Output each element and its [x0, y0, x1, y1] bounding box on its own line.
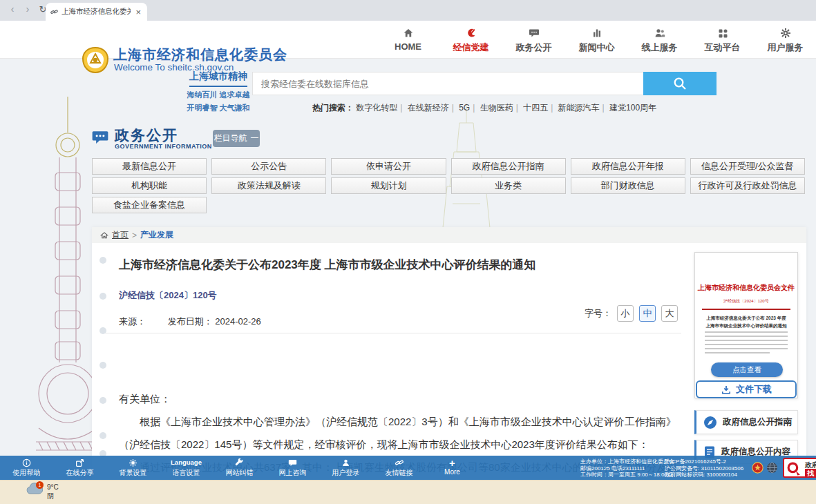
police-emblem-icon[interactable]: [752, 462, 763, 474]
font-size-medium-button[interactable]: 中: [639, 305, 656, 322]
gov-btn-licensing[interactable]: 行政许可及行政处罚信息: [690, 177, 805, 194]
weather-text: 9°C 阴: [47, 483, 59, 501]
source-label: 来源：: [119, 316, 146, 327]
font-size-large-button[interactable]: 大: [661, 305, 678, 322]
toolbar-links[interactable]: 友情链接: [372, 456, 426, 480]
gov-btn-on-request[interactable]: 依申请公开: [331, 158, 446, 175]
speech-bubble-icon: [502, 27, 565, 39]
nav-item-gov-info[interactable]: 政务公开: [502, 21, 565, 59]
gov-error-report-badge[interactable]: 政府 找: [783, 458, 816, 478]
breadcrumb-home-link[interactable]: 首页: [112, 229, 129, 241]
font-size-widget: 字号： 小 中 大: [585, 305, 678, 322]
toolbar-login[interactable]: 用户登录: [319, 456, 372, 480]
browser-tab-bar: ‹ › ↻ 上海市经济信息化委关于公布 ×: [0, 0, 816, 21]
sidebar-link-gov-guide[interactable]: 政府信息公开指南: [694, 410, 798, 434]
search-button[interactable]: [643, 72, 717, 95]
doc-view-button[interactable]: 点击查看: [711, 362, 783, 377]
decor-dot: [99, 362, 106, 369]
doc-card-title-line2: 上海市市级企业技术中心评价结果的通知: [695, 322, 797, 329]
gov-btn-business[interactable]: 业务类: [451, 177, 566, 194]
browser-back-icon[interactable]: ‹: [6, 3, 19, 14]
doc-card-number: 沪经信技〔2024〕120号: [695, 298, 797, 304]
toolbar-background[interactable]: 背景设置: [106, 456, 160, 480]
link-icon: [372, 458, 426, 467]
globe-badge-icon[interactable]: [766, 462, 778, 474]
toolbar-share[interactable]: 在线分享: [53, 456, 106, 480]
pearl-tower-sketch: [36, 97, 99, 476]
toolbar-help[interactable]: 使用帮助: [0, 456, 53, 480]
news-bars-icon: [565, 27, 628, 39]
article-title: 上海市经济信息化委关于公布2023年度 上海市市级企业技术中心评价结果的通知: [119, 257, 685, 273]
hot-search-row: 热门搜索： 数字化转型| 在线新经济| 5G| 生物医药| 十四五| 新能源汽车…: [252, 102, 717, 114]
grid-icon: [691, 27, 754, 39]
hot-search-item[interactable]: 5G: [459, 103, 470, 113]
doc-text-sim: [705, 340, 788, 341]
decor-dot: [99, 293, 106, 300]
date-label: 发布日期：: [168, 316, 213, 327]
decor-dot: [99, 327, 106, 334]
doc-text-sim: [705, 348, 788, 349]
search-input[interactable]: [252, 72, 643, 95]
weather-widget[interactable]: 1 9°C 阴: [26, 483, 59, 501]
city-spirit-title[interactable]: 上海城市精神: [189, 70, 247, 87]
column-nav-toggle[interactable]: 栏目导航 一: [213, 130, 260, 147]
file-download-button[interactable]: 文件下载: [696, 380, 797, 398]
toolbar-consult[interactable]: 网上咨询: [266, 456, 319, 480]
nav-item-party[interactable]: 经信党建: [439, 21, 502, 59]
toolbar-language[interactable]: Language 语言设置: [160, 456, 213, 480]
tab-link-icon: [50, 8, 58, 16]
breadcrumb-separator: >: [132, 231, 137, 240]
toolbar-more[interactable]: + More: [426, 456, 479, 480]
breadcrumb-home-icon: [100, 231, 108, 240]
document-preview-card[interactable]: 上海市经济和信息化委员会文件 沪经信技〔2024〕120号 上海市经济信息化委关…: [694, 252, 798, 398]
article-meta: 来源： 发布日期： 2024-02-26: [119, 316, 261, 328]
gov-btn-announcements[interactable]: 公示公告: [211, 158, 326, 175]
toolbar-host-info: 主办单位：上海市经济和信息化委员会 邮编200125 电话23111111 工作…: [580, 458, 674, 478]
font-size-small-button[interactable]: 小: [617, 305, 634, 322]
gov-btn-latest-info[interactable]: 最新信息公开: [92, 158, 207, 175]
decor-dot: [99, 397, 106, 404]
gov-btn-annual-report[interactable]: 政府信息公开年报: [571, 158, 685, 175]
gov-btn-finance[interactable]: 部门财政信息: [571, 177, 685, 194]
nav-item-news[interactable]: 新闻中心: [565, 21, 628, 59]
hot-search-item[interactable]: 建党100周年: [609, 103, 656, 113]
site-logo: [82, 46, 109, 74]
hammer-sickle-icon: [439, 27, 502, 39]
nav-item-interaction[interactable]: 互动平台: [691, 21, 754, 59]
article-paragraph: 根据《上海市企业技术中心管理办法》（沪经信规范〔2022〕3号）和《上海市市级企…: [119, 410, 681, 456]
browser-forward-icon[interactable]: ›: [21, 3, 35, 14]
gov-section-title: 政务公开: [115, 126, 178, 145]
hot-search-item[interactable]: 生物医药: [480, 103, 513, 113]
utility-toolbar: 使用帮助 在线分享 背景设置 Language 语言设置: [0, 456, 816, 480]
people-icon: [628, 27, 691, 39]
browser-tab[interactable]: 上海市经济信息化委关于公布 ×: [46, 3, 147, 21]
gov-btn-guide[interactable]: 政府信息公开指南: [451, 158, 566, 175]
breadcrumb-current[interactable]: 产业发展: [140, 229, 173, 241]
doc-card-title-line1: 上海市经济信息化委关于公布 2023 年度: [695, 315, 797, 321]
tab-close-icon[interactable]: ×: [134, 7, 142, 17]
hot-search-item[interactable]: 十四五: [523, 103, 548, 113]
hot-search-label: 热门搜索：: [312, 103, 354, 113]
nav-item-user-service[interactable]: 用户服务: [754, 21, 816, 59]
gov-buttons-grid: 最新信息公开 公示公告 依申请公开 政府信息公开指南 政府信息公开年报 信息公开…: [92, 158, 805, 213]
share-icon: [53, 458, 106, 467]
tab-title: 上海市经济信息化委关于公布: [61, 7, 131, 17]
gear-icon: [106, 458, 160, 467]
site-header: 上海市经济和信息化委员会 Welcome To sheitc.sh.gov.cn…: [0, 21, 816, 59]
gov-btn-planning[interactable]: 规划计划: [331, 177, 446, 194]
toolbar-site-correction[interactable]: 网站纠错: [213, 456, 266, 480]
language-word: Language: [160, 458, 213, 467]
hot-search-item[interactable]: 在线新经济: [408, 103, 449, 113]
nav-item-online-service[interactable]: 线上服务: [628, 21, 691, 59]
gov-btn-salt-record[interactable]: 食盐企业备案信息: [92, 197, 207, 213]
gov-btn-functions[interactable]: 机构职能: [92, 177, 207, 194]
gear-icon: [754, 27, 816, 39]
nav-item-home[interactable]: HOME: [377, 21, 439, 59]
hot-search-item[interactable]: 数字化转型: [356, 103, 397, 113]
city-spirit-line1: 海纳百川 追求卓越: [182, 90, 254, 100]
weather-alert-badge: 1: [36, 481, 44, 489]
hot-search-item[interactable]: 新能源汽车: [558, 103, 600, 113]
screen: ‹ › ↻ 上海市经济信息化委关于公布 × 上海市经济和信息化委员会 Welco…: [0, 0, 816, 504]
gov-btn-supervision[interactable]: 信息公开受理/公众监督: [690, 158, 805, 175]
gov-btn-policies[interactable]: 政策法规及解读: [211, 177, 326, 194]
